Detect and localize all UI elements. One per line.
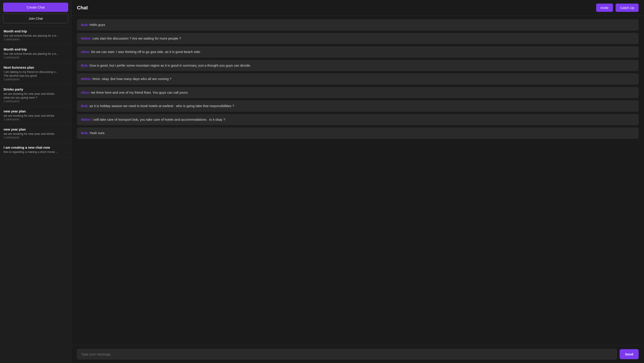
chat-item-title: new year plan [4,127,68,131]
chat-item-participants: 1 participants [4,118,68,121]
invite-button[interactable]: Invite [596,3,613,12]
chat-item-participants: 2 participants [4,100,68,103]
messages-area: Bob: Hello guysNithin: Lets start the di… [72,16,644,345]
message-bubble: Nithin: Lets start the discussion ? Are … [77,33,639,44]
message-input[interactable] [77,349,617,360]
chat-item-title: Month end trip [4,47,68,51]
chat-item-description: we are booking for new year and drinks [4,114,68,117]
chat-list-item[interactable]: Drinks partywe are booking for new year … [0,84,71,106]
chat-list-item[interactable]: new year planwe are booking for new year… [0,124,71,142]
chat-header: Chat Invite Catch Up [72,0,644,16]
message-sender: Alice: [81,90,90,94]
main-content: Chat Invite Catch Up Bob: Hello guysNith… [72,0,644,363]
message-bubble: Alice: we three here and one of my frien… [77,87,639,98]
header-buttons: Invite Catch Up [596,3,639,12]
chat-item-description: Our old school friends are planing for a… [4,34,68,37]
chat-list-item[interactable]: i am creating a new chat nowthis is rega… [0,142,71,157]
chat-list-item[interactable]: new year planwe are booking for new year… [0,106,71,124]
chat-item-description: we are booking for new year and drinks [4,132,68,135]
chat-title: Chat [77,5,88,11]
chat-item-participants: 1 participants [4,38,68,41]
create-chat-button[interactable]: Create Chat [3,3,68,12]
sidebar-action-buttons: Create Chat Join Chat [0,0,71,26]
message-sender: Bob: [81,63,88,67]
message-sender: Nithin: [81,118,92,121]
sidebar: Create Chat Join Chat Month end tripOur … [0,0,72,363]
chat-item-extra: The alcohol was too good [4,74,68,77]
chat-item-participants: 1 participants [4,56,68,59]
chat-item-description: I am talking to my friend on discussing … [4,70,68,73]
chat-item-title: i am creating a new chat now [4,145,68,149]
chat-item-title: new year plan [4,109,68,113]
chat-item-extra: what are you going here ? [4,96,68,99]
send-button[interactable]: Send [620,349,639,359]
chat-list: Month end tripOur old school friends are… [0,26,71,363]
message-sender: Bob: [81,131,88,135]
chat-item-description: this is regarding a making a short movie… [4,150,68,154]
chat-item-title: Next buisness plan [4,65,68,69]
catchup-button[interactable]: Catch Up [616,3,639,12]
message-bubble: Alice: No we can start. I was thinking o… [77,46,639,58]
message-input-area: Send [72,345,644,363]
chat-list-item[interactable]: Month end tripOur old school friends are… [0,44,71,62]
chat-item-participants: 2 participants [4,78,68,81]
message-sender: Bob: [81,104,88,108]
message-sender: Alice: [81,50,90,54]
chat-list-item[interactable]: Next buisness planI am talking to my fri… [0,62,71,84]
message-bubble: Nithin: i will take care of transport bo… [77,114,639,125]
chat-item-title: Drinks party [4,87,68,91]
chat-item-title: Month end trip [4,29,68,33]
chat-list-item[interactable]: Month end tripOur old school friends are… [0,26,71,44]
join-chat-button[interactable]: Join Chat [3,14,68,23]
message-sender: Nithin: [81,77,92,81]
message-bubble: Bob: Goa is good, but i perfer some moun… [77,60,639,71]
message-sender: Nithin: [81,36,92,40]
chat-item-description: we are booking for new year and drinks [4,92,68,95]
message-bubble: Bob: Yeah sure. [77,127,639,139]
message-bubble: Nithin: hmm, okay. But how many days who… [77,73,639,85]
message-bubble: Bob: as it is holiday season we need to … [77,100,639,112]
chat-item-description: Our old school friends are planing for a… [4,52,68,55]
message-bubble: Bob: Hello guys [77,19,639,31]
message-sender: Bob: [81,23,88,26]
chat-item-participants: 1 participants [4,136,68,139]
